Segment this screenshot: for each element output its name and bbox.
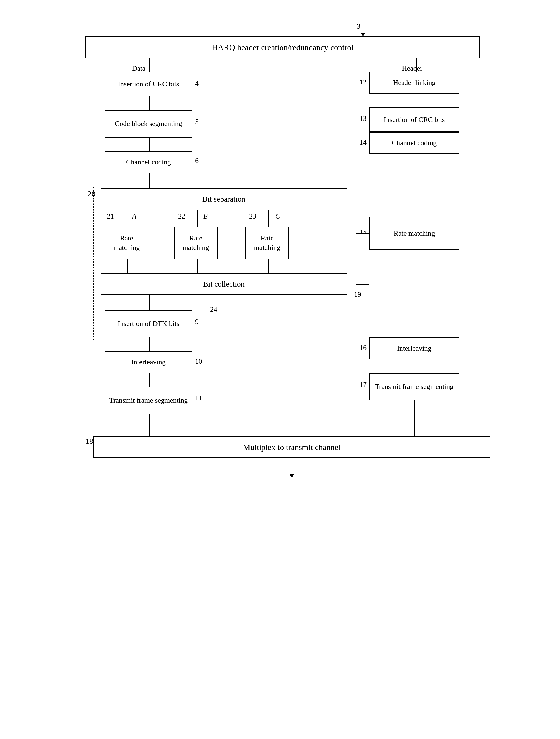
label-23: 23 xyxy=(249,212,256,220)
label-22: 22 xyxy=(178,212,185,220)
rate-matching-c-box: Rate matching xyxy=(245,227,289,259)
label-10: 10 xyxy=(195,357,202,366)
label-4: 4 xyxy=(195,80,198,88)
channel-coding-data-box: Channel coding xyxy=(105,151,192,173)
label-12: 12 xyxy=(360,78,367,86)
rate-matching-header-box: Rate matching xyxy=(369,217,459,250)
label-6: 6 xyxy=(195,157,198,165)
interleaving-header-box: Interleaving xyxy=(369,337,459,359)
label-11: 11 xyxy=(195,394,202,402)
label-21: 21 xyxy=(107,212,114,220)
bit-collection-box: Bit collection xyxy=(101,273,347,295)
diagram-container: 3 HARQ header creation/redundancy contro… xyxy=(47,16,513,723)
arrow-cc-header-to-rm xyxy=(414,154,418,220)
hline-19-connector xyxy=(356,234,369,234)
multiplex-box: Multiplex to transmit channel xyxy=(93,436,491,458)
transmit-frame-data-box: Transmit frame segmenting xyxy=(105,387,192,414)
label-9: 9 xyxy=(195,318,198,326)
arrow-top-in xyxy=(361,16,365,36)
label-16: 16 xyxy=(360,344,367,352)
arrow-mux-out xyxy=(290,458,294,478)
label-b: B xyxy=(203,212,208,220)
label-data: Data xyxy=(132,64,145,72)
vline-txframe-header-down xyxy=(414,401,415,436)
harq-header-box: HARQ header creation/redundancy control xyxy=(86,36,480,58)
rate-matching-a-box: Rate matching xyxy=(105,227,148,259)
label-13: 13 xyxy=(360,115,367,123)
arrow-rm-header-to-interleave xyxy=(414,250,418,341)
header-linking-box: Header linking xyxy=(369,72,459,94)
label-18: 18 xyxy=(86,437,93,446)
label-19: 19 xyxy=(354,290,361,299)
bit-separation-box: Bit separation xyxy=(101,188,347,210)
insertion-crc-data-box: Insertion of CRC bits xyxy=(105,72,192,97)
hline-dashed-to-rm-header xyxy=(356,284,369,285)
label-3: 3 xyxy=(357,22,361,31)
interleaving-data-box: Interleaving xyxy=(105,351,192,373)
label-24: 24 xyxy=(210,305,217,314)
label-17: 17 xyxy=(360,381,367,389)
rate-matching-b-box: Rate matching xyxy=(174,227,218,259)
insertion-crc-header-box: Insertion of CRC bits xyxy=(369,107,459,132)
channel-coding-header-box: Channel coding xyxy=(369,132,459,154)
code-block-seg-box: Code block segmenting xyxy=(105,110,192,138)
label-a: A xyxy=(132,212,136,220)
transmit-frame-header-box: Transmit frame segmenting xyxy=(369,373,459,401)
insertion-dtx-box: Insertion of DTX bits xyxy=(105,310,192,337)
label-15: 15 xyxy=(360,228,367,236)
label-header: Header xyxy=(402,64,422,72)
label-c: C xyxy=(275,212,280,220)
label-5: 5 xyxy=(195,118,198,126)
label-14: 14 xyxy=(360,138,367,147)
